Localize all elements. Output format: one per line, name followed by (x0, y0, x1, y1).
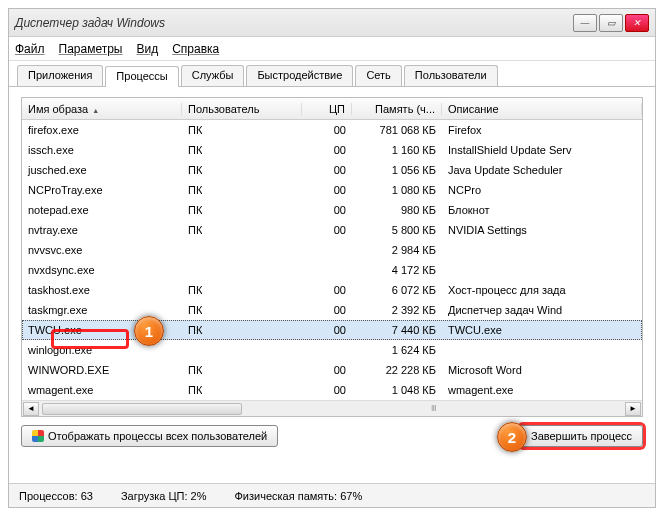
cell-mem: 2 984 КБ (352, 244, 442, 256)
cell-mem: 22 228 КБ (352, 364, 442, 376)
col-image-name[interactable]: Имя образа▲ (22, 103, 182, 115)
cell-cpu: 00 (302, 384, 352, 396)
table-row[interactable]: nvxdsync.exe4 172 КБ (22, 260, 642, 280)
maximize-button[interactable]: ▭ (599, 14, 623, 32)
status-bar: Процессов: 63 Загрузка ЦП: 2% Физическая… (9, 483, 655, 507)
window-titlebar: Диспетчер задач Windows — ▭ ✕ (9, 9, 655, 37)
column-headers: Имя образа▲ Пользователь ЦП Память (ч...… (22, 98, 642, 120)
cell-image: WINWORD.EXE (22, 364, 182, 376)
cell-image: nvtray.exe (22, 224, 182, 236)
cell-user: ПК (182, 364, 302, 376)
cell-mem: 1 048 КБ (352, 384, 442, 396)
cell-user: ПК (182, 204, 302, 216)
cell-mem: 7 440 КБ (352, 324, 442, 336)
table-row[interactable]: NCProTray.exeПК001 080 КБNCPro (22, 180, 642, 200)
cell-mem: 1 056 КБ (352, 164, 442, 176)
cell-user: ПК (182, 304, 302, 316)
end-process-button[interactable]: Завершить процесс (520, 425, 643, 447)
table-row[interactable]: taskhost.exeПК006 072 КБХост-процесс для… (22, 280, 642, 300)
shield-icon (32, 430, 44, 442)
table-row[interactable]: nvtray.exeПК005 800 КБNVIDIA Settings (22, 220, 642, 240)
cell-mem: 6 072 КБ (352, 284, 442, 296)
menu-view[interactable]: Вид (136, 42, 158, 56)
cell-cpu: 00 (302, 124, 352, 136)
cell-desc: NVIDIA Settings (442, 224, 642, 236)
cell-user: ПК (182, 164, 302, 176)
cell-mem: 980 КБ (352, 204, 442, 216)
tab-services[interactable]: Службы (181, 65, 245, 86)
cell-image: nvvsvc.exe (22, 244, 182, 256)
cell-image: jusched.exe (22, 164, 182, 176)
cell-desc: Microsoft Word (442, 364, 642, 376)
minimize-button[interactable]: — (573, 14, 597, 32)
status-cpu: Загрузка ЦП: 2% (121, 490, 207, 502)
cell-image: notepad.exe (22, 204, 182, 216)
cell-cpu: 00 (302, 144, 352, 156)
tab-users[interactable]: Пользователи (404, 65, 498, 86)
cell-user: ПК (182, 384, 302, 396)
table-row[interactable]: jusched.exeПК001 056 КБJava Update Sched… (22, 160, 642, 180)
col-cpu[interactable]: ЦП (302, 103, 352, 115)
cell-mem: 5 800 КБ (352, 224, 442, 236)
cell-image: issch.exe (22, 144, 182, 156)
cell-user: ПК (182, 144, 302, 156)
cell-user: ПК (182, 284, 302, 296)
cell-image: firefox.exe (22, 124, 182, 136)
cell-user: ПК (182, 324, 302, 336)
cell-desc: wmagent.exe (442, 384, 642, 396)
cell-mem: 4 172 КБ (352, 264, 442, 276)
table-row[interactable]: WINWORD.EXEПК0022 228 КБMicrosoft Word (22, 360, 642, 380)
scroll-thumb[interactable] (42, 403, 242, 415)
cell-user: ПК (182, 184, 302, 196)
scroll-left-button[interactable]: ◄ (23, 402, 39, 416)
col-description[interactable]: Описание (442, 103, 642, 115)
status-memory: Физическая память: 67% (234, 490, 362, 502)
menu-help[interactable]: Справка (172, 42, 219, 56)
cell-mem: 1 160 КБ (352, 144, 442, 156)
table-row[interactable]: notepad.exeПК00980 КББлокнот (22, 200, 642, 220)
cell-cpu: 00 (302, 164, 352, 176)
cell-image: winlogon.exe (22, 344, 182, 356)
cell-desc: Диспетчер задач Wind (442, 304, 642, 316)
window-title: Диспетчер задач Windows (15, 16, 571, 30)
col-memory[interactable]: Память (ч... (352, 103, 442, 115)
col-user[interactable]: Пользователь (182, 103, 302, 115)
table-row[interactable]: winlogon.exe1 624 КБ (22, 340, 642, 360)
table-row[interactable]: issch.exeПК001 160 КБInstallShield Updat… (22, 140, 642, 160)
tab-bar: Приложения Процессы Службы Быстродействи… (9, 61, 655, 87)
tab-performance[interactable]: Быстродействие (246, 65, 353, 86)
cell-user: ПК (182, 224, 302, 236)
cell-user: ПК (182, 124, 302, 136)
tab-applications[interactable]: Приложения (17, 65, 103, 86)
cell-image: taskmgr.exe (22, 304, 182, 316)
cell-cpu: 00 (302, 184, 352, 196)
tab-networking[interactable]: Сеть (355, 65, 401, 86)
annotation-marker-2: 2 (497, 422, 527, 452)
close-button[interactable]: ✕ (625, 14, 649, 32)
cell-desc: NCPro (442, 184, 642, 196)
table-row[interactable]: taskmgr.exeПК002 392 КБДиспетчер задач W… (22, 300, 642, 320)
cell-cpu: 00 (302, 224, 352, 236)
cell-desc: Firefox (442, 124, 642, 136)
cell-image: wmagent.exe (22, 384, 182, 396)
cell-desc: Java Update Scheduler (442, 164, 642, 176)
sort-indicator-icon: ▲ (92, 107, 99, 114)
table-row[interactable]: firefox.exeПК00781 068 КБFirefox (22, 120, 642, 140)
menu-options[interactable]: Параметры (59, 42, 123, 56)
table-row[interactable]: wmagent.exeПК001 048 КБwmagent.exe (22, 380, 642, 400)
horizontal-scrollbar[interactable]: ◄ Ⅲ ► (22, 400, 642, 416)
scroll-right-button[interactable]: ► (625, 402, 641, 416)
status-processes: Процессов: 63 (19, 490, 93, 502)
tab-processes[interactable]: Процессы (105, 66, 178, 87)
menu-bar: Файл Параметры Вид Справка (9, 37, 655, 61)
show-all-users-button[interactable]: Отображать процессы всех пользователей (21, 425, 278, 447)
table-row[interactable]: TWCU.exeПК007 440 КБTWCU.exe (22, 320, 642, 340)
cell-desc: Блокнот (442, 204, 642, 216)
process-list[interactable]: Имя образа▲ Пользователь ЦП Память (ч...… (21, 97, 643, 417)
cell-image: nvxdsync.exe (22, 264, 182, 276)
table-row[interactable]: nvvsvc.exe2 984 КБ (22, 240, 642, 260)
cell-cpu: 00 (302, 284, 352, 296)
menu-file[interactable]: Файл (15, 42, 45, 56)
cell-image: taskhost.exe (22, 284, 182, 296)
cell-cpu: 00 (302, 364, 352, 376)
